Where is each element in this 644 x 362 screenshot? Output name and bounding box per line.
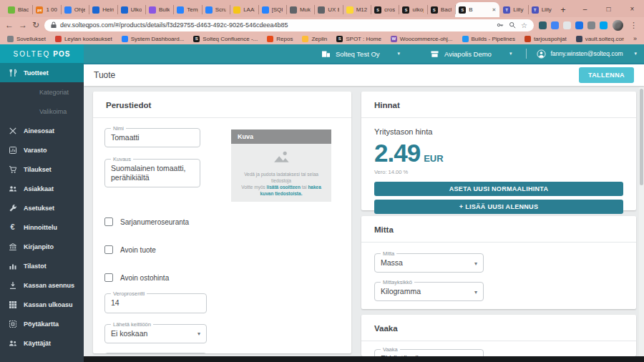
sidebar-item[interactable]: Käyttäjät <box>0 333 84 353</box>
browser-tab[interactable]: Bulk ✕ <box>145 2 173 17</box>
veroprosentti-field[interactable]: Veroprosentti 14 <box>104 293 207 313</box>
organization-selector[interactable]: Solteq Test Oy ▾ <box>321 50 400 58</box>
browser-tab[interactable]: M12 ✕ <box>343 2 371 17</box>
browser-tab[interactable]: T Liity ✕ <box>499 2 527 17</box>
extension-icon[interactable] <box>539 21 547 29</box>
tab-close-icon[interactable]: ✕ <box>492 7 496 13</box>
profile-avatar[interactable] <box>613 20 623 31</box>
forward-icon[interactable]: → <box>19 20 27 30</box>
browser-toolbar: ← → ↻ dev.solteqpos.com/#/products/detai… <box>0 17 644 33</box>
mittayksikko-select[interactable]: Mittayksikkö Kilogramma ▾ <box>374 282 484 301</box>
bookmark-item[interactable]: S SPOT : Home <box>336 36 381 42</box>
mitta-select[interactable]: Mitta Massa ▾ <box>374 253 484 273</box>
password-key-icon[interactable] <box>497 21 504 29</box>
extension-icon[interactable] <box>575 21 583 29</box>
browser-tab[interactable]: S ulkop ✕ <box>399 2 426 17</box>
bookmark-item[interactable]: tarjouspohjat <box>525 36 567 42</box>
save-button[interactable]: TALLENNA <box>579 67 634 83</box>
bookmark-item[interactable]: S Solteq Confluence -... <box>193 36 258 42</box>
browser-tab[interactable]: Ohje ✕ <box>61 2 89 17</box>
tab-favicon <box>233 6 240 14</box>
kuvaus-value[interactable]: Suomalainen tomaatti, perähikiältä <box>105 160 200 187</box>
nimi-field[interactable]: Nimi Tomaatti <box>104 128 200 147</box>
vaaka-select[interactable]: Vaaka Ei käytössä ▾ <box>374 349 484 356</box>
bookmark-item[interactable]: Zeplin <box>302 36 327 42</box>
laheta-keittioon-select[interactable]: Lähetä keittiöön Ei koskaan ▾ <box>104 324 207 343</box>
back-icon[interactable]: ← <box>5 20 14 30</box>
checkbox[interactable] <box>104 245 113 254</box>
url-text[interactable]: dev.solteqpos.com/#/products/details/f3d… <box>60 21 493 29</box>
bookmark-item[interactable]: W Woocommerce-ohj... <box>391 36 453 42</box>
bottom-strip <box>84 356 644 362</box>
scrollbar-thumb[interactable] <box>640 89 643 185</box>
browser-tab[interactable]: px 1 000 ✕ <box>32 2 60 17</box>
browser-menu-icon[interactable]: ⋮ <box>628 21 639 30</box>
sidebar-item[interactable]: Tilastot <box>0 256 84 275</box>
refresh-icon[interactable]: ↻ <box>32 20 39 30</box>
browser-tab[interactable]: Ulko ✕ <box>117 2 145 17</box>
image-upload-dropzone[interactable]: Kuva Vedä ja pudota ladataksesi tai sela… <box>231 129 331 202</box>
address-bar[interactable]: dev.solteqpos.com/#/products/details/f3d… <box>44 19 534 31</box>
checkbox[interactable] <box>104 273 113 282</box>
browser-tab[interactable]: S Back ✕ <box>427 2 455 17</box>
solteq-pos-logo[interactable]: SOLTEQPOS <box>0 44 84 63</box>
browser-tab[interactable]: T Liity ✕ <box>528 2 556 17</box>
extension-icon[interactable] <box>563 21 571 29</box>
checkbox-row[interactable]: Avoin tuote <box>104 245 340 254</box>
browser-tab[interactable]: Muk ✕ <box>286 2 314 17</box>
bookmark-item[interactable]: Leylan koodaukset <box>55 36 112 42</box>
user-menu[interactable]: fanny.winsten@solteq.com ▾ <box>537 49 637 59</box>
new-tab-button[interactable]: + <box>556 2 570 17</box>
browser-tab[interactable]: S B ✕ <box>455 2 499 17</box>
bookmark-star-icon[interactable]: ☆ <box>521 21 527 29</box>
bookmark-favicon <box>525 36 531 42</box>
chevron-down-icon: ▾ <box>197 331 200 337</box>
bookmark-item[interactable]: vault.solteq.com <box>576 36 624 42</box>
zoom-icon[interactable] <box>509 21 516 29</box>
sidebar-item[interactable]: Kirjanpito <box>0 237 84 256</box>
browser-tab[interactable]: UX B ✕ <box>314 2 342 17</box>
add-url-link[interactable]: lisätä osoitteen <box>267 185 301 190</box>
sidebar-item[interactable]: Tilaukset <box>0 160 84 179</box>
bookmark-item[interactable]: Builds - Pipelines <box>462 36 515 42</box>
bookmark-item[interactable]: Repos <box>267 36 293 42</box>
bookmark-item[interactable]: Sovellukset <box>7 36 46 42</box>
sidebar-item[interactable]: Kassan ulkoasu <box>0 295 84 314</box>
browser-tab[interactable]: LAAS ✕ <box>230 2 258 17</box>
close-button[interactable]: × <box>620 0 644 17</box>
organization-icon <box>321 50 331 58</box>
browser-tab[interactable]: Hein ✕ <box>89 2 117 17</box>
sidebar-item[interactable]: Kassan asennus <box>0 275 84 295</box>
checkbox-row[interactable]: Sarjanumeroseuranta <box>104 217 340 226</box>
browser-tab[interactable]: Scrun ✕ <box>202 2 230 17</box>
lisateksti-field[interactable] <box>104 353 207 353</box>
set-normal-price-button[interactable]: ASETA UUSI NORMAALIHINTA <box>374 182 623 196</box>
checkbox[interactable] <box>104 217 113 226</box>
extension-icon[interactable] <box>600 21 608 29</box>
sidebar-item[interactable]: Valikoima <box>0 102 84 121</box>
sidebar-item[interactable]: Asetukset <box>0 198 84 217</box>
bookmarks-overflow-icon[interactable]: » <box>633 35 637 42</box>
browser-tab[interactable]: Temp ✕ <box>173 2 201 17</box>
sidebar-item[interactable]: € Hinnoittelu <box>0 217 84 237</box>
sidebar-item[interactable]: Ainesosat <box>0 121 84 140</box>
browser-tab[interactable]: [SQI ✕ <box>258 2 286 17</box>
sidebar-item[interactable]: Asiakkaat <box>0 179 84 198</box>
maximize-button[interactable]: □ <box>597 0 620 17</box>
extension-icon[interactable] <box>587 21 595 29</box>
minimize-button[interactable]: – <box>573 0 597 17</box>
kuvaus-field[interactable]: Kuvaus Suomalainen tomaatti, perähikiält… <box>104 159 200 187</box>
browser-tab[interactable]: Black ✕ <box>4 2 32 17</box>
sidebar-item[interactable]: Pöytäkartta <box>0 314 84 333</box>
store-selector[interactable]: Aviapolis Demo ▾ <box>430 50 512 58</box>
bookmark-item[interactable]: System Dashboard... <box>122 36 185 42</box>
extension-icon[interactable] <box>551 21 559 29</box>
main-scrollbar[interactable] <box>639 87 644 356</box>
sidebar-item[interactable]: Varasto <box>0 140 84 160</box>
mitta-title: Mitta <box>361 216 636 242</box>
add-discount-button[interactable]: + LISÄÄ UUSI ALENNUS <box>374 200 623 214</box>
browser-tab[interactable]: S cross ✕ <box>371 2 399 17</box>
sidebar-item[interactable]: Tuotteet <box>0 63 84 82</box>
sidebar-item[interactable]: Kategoriat <box>0 82 84 102</box>
checkbox-row[interactable]: Avoin ostohinta <box>104 273 340 282</box>
